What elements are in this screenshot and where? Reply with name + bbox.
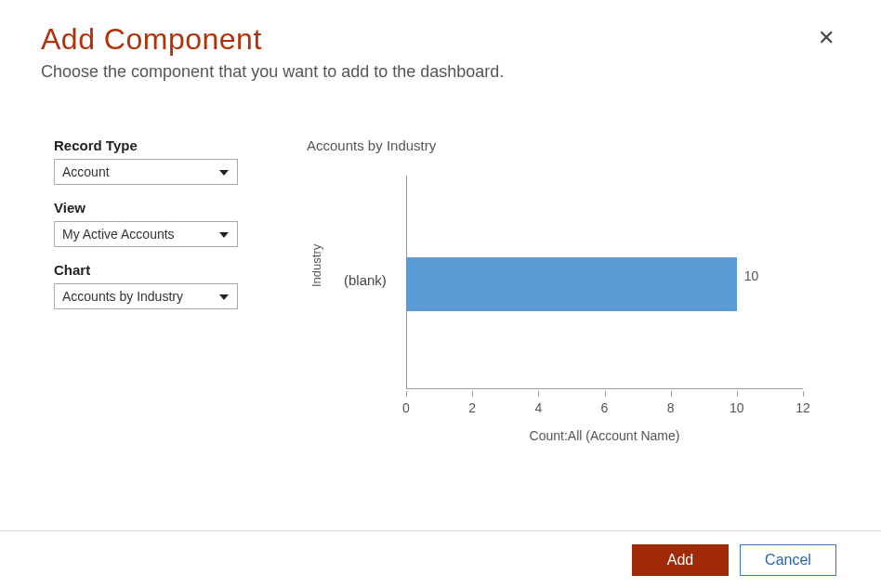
close-icon: ✕ xyxy=(818,26,835,49)
record-type-label: Record Type xyxy=(54,137,249,153)
chart-preview: Accounts by Industry Industry (blank) 10… xyxy=(299,137,840,454)
view-value: My Active Accounts xyxy=(62,227,175,242)
dialog-title: Add Component xyxy=(41,22,262,57)
record-type-select[interactable]: Account xyxy=(54,159,238,185)
chart-value: Accounts by Industry xyxy=(62,289,183,304)
x-tick-mark xyxy=(737,391,738,397)
bar-value-label: 10 xyxy=(744,268,759,283)
chart-area: Industry (blank) 10 024681012 Count:All … xyxy=(299,176,840,454)
y-tick-label: (blank) xyxy=(344,272,387,288)
add-button[interactable]: Add xyxy=(632,544,729,576)
view-select[interactable]: My Active Accounts xyxy=(54,221,238,247)
x-tick-mark xyxy=(605,391,606,397)
record-type-value: Account xyxy=(62,164,110,179)
x-tick-label: 10 xyxy=(730,400,744,415)
chart-select[interactable]: Accounts by Industry xyxy=(54,283,238,309)
x-tick-label: 12 xyxy=(796,400,810,415)
dialog-footer: Add Cancel xyxy=(0,530,881,588)
x-tick-mark xyxy=(803,391,804,397)
chart-title: Accounts by Industry xyxy=(299,137,840,153)
bar xyxy=(406,257,737,311)
close-button[interactable]: ✕ xyxy=(812,22,840,54)
cancel-button[interactable]: Cancel xyxy=(740,544,836,576)
form-column: Record Type Account View My Active Accou… xyxy=(54,137,249,454)
y-axis-label: Industry xyxy=(309,244,323,287)
dialog-subtitle: Choose the component that you want to ad… xyxy=(0,62,881,91)
chart-label: Chart xyxy=(54,262,249,278)
x-tick-label: 6 xyxy=(601,400,609,415)
x-tick-label: 4 xyxy=(534,400,542,415)
x-axis-label: Count:All (Account Name) xyxy=(406,428,803,443)
x-tick-label: 8 xyxy=(667,400,675,415)
x-tick-label: 2 xyxy=(468,400,476,415)
view-label: View xyxy=(54,200,249,216)
x-tick-mark xyxy=(406,391,407,397)
x-tick-label: 0 xyxy=(402,400,410,415)
x-tick-mark xyxy=(538,391,539,397)
x-tick-mark xyxy=(472,391,473,397)
x-tick-mark xyxy=(671,391,672,397)
x-ticks: 024681012 xyxy=(406,391,803,410)
